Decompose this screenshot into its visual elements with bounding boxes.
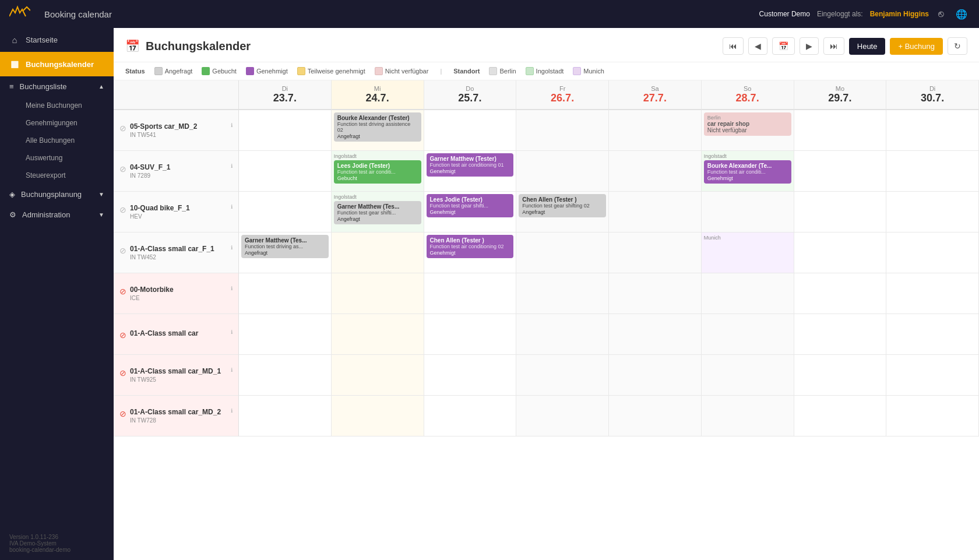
- cal-cell-3-4[interactable]: [609, 233, 702, 273]
- cal-cell-3-2[interactable]: Chen Allen (Tester ) Function test air c…: [424, 233, 517, 273]
- cal-cell-5-0[interactable]: [239, 314, 332, 355]
- cal-cell-3-7[interactable]: [886, 233, 979, 273]
- cal-cell-6-7[interactable]: [886, 355, 979, 396]
- booking-block-3-0-0[interactable]: Garner Matthew (Tes... Function test dri…: [241, 235, 329, 258]
- cal-cell-4-2[interactable]: [424, 273, 517, 314]
- booking-block-0-1-0[interactable]: Bourke Alexander (Tester) Function test …: [334, 112, 421, 142]
- day-name-2: Do: [427, 85, 514, 92]
- cal-cell-1-0[interactable]: [239, 151, 332, 192]
- cal-cell-0-5[interactable]: Berlin car repair shop Nicht verfügbar: [702, 110, 794, 151]
- nav-prev-button[interactable]: ◀: [748, 37, 767, 55]
- nav-calendar-button[interactable]: 📅: [772, 37, 795, 55]
- booking-block-2-2-0[interactable]: Lees Jodie (Tester) Function test gear s…: [427, 194, 514, 217]
- cal-cell-6-0[interactable]: [239, 355, 332, 396]
- cal-cell-0-0[interactable]: [239, 110, 332, 151]
- cal-cell-4-1[interactable]: [332, 273, 424, 314]
- sidebar-sub-steuerexport[interactable]: Steuerexport: [0, 167, 114, 184]
- cal-cell-4-6[interactable]: [794, 273, 887, 314]
- cal-cell-0-1[interactable]: Bourke Alexander (Tester) Function test …: [332, 110, 424, 151]
- cal-cell-1-5[interactable]: Ingolstadt Bourke Alexander (Te... Funct…: [702, 151, 794, 192]
- language-button[interactable]: 🌐: [953, 6, 970, 22]
- cal-cell-7-2[interactable]: [424, 396, 517, 436]
- nav-last-button[interactable]: ⏭: [823, 37, 844, 55]
- calendar-header-day-7: Di30.7.: [886, 80, 979, 110]
- logout-button[interactable]: ⎋: [936, 6, 946, 22]
- cal-cell-2-4[interactable]: [609, 192, 702, 233]
- row-title-4: 00-Motorbike: [130, 286, 174, 295]
- cal-cell-0-7[interactable]: [886, 110, 979, 151]
- refresh-button[interactable]: ↻: [948, 37, 967, 55]
- cal-cell-6-2[interactable]: [424, 355, 517, 396]
- cal-cell-4-3[interactable]: [516, 273, 609, 314]
- nav-first-button[interactable]: ⏮: [723, 37, 744, 55]
- sidebar-sub-meine-buchungen[interactable]: Meine Buchungen: [0, 97, 114, 114]
- cal-cell-5-1[interactable]: [332, 314, 424, 355]
- cal-cell-2-2[interactable]: Lees Jodie (Tester) Function test gear s…: [424, 192, 517, 233]
- cal-cell-2-0[interactable]: [239, 192, 332, 233]
- cal-cell-7-3[interactable]: [516, 396, 609, 436]
- unavail-block-0-5-0[interactable]: Berlin car repair shop Nicht verfügbar: [704, 112, 791, 136]
- sidebar-parent-buchungsplanung[interactable]: ◈ Buchungsplanung ▼: [0, 184, 114, 205]
- swatch-gebucht: [202, 67, 210, 75]
- cal-cell-1-7[interactable]: [886, 151, 979, 192]
- sidebar-label-buchungskalender: Buchungskalender: [26, 60, 94, 69]
- cal-cell-7-5[interactable]: [702, 396, 794, 436]
- cal-cell-5-2[interactable]: [424, 314, 517, 355]
- cal-cell-3-5[interactable]: Munich: [702, 233, 794, 273]
- cal-cell-2-6[interactable]: [794, 192, 887, 233]
- cal-cell-6-3[interactable]: [516, 355, 609, 396]
- cal-cell-5-4[interactable]: [609, 314, 702, 355]
- cal-cell-7-1[interactable]: [332, 396, 424, 436]
- cal-cell-3-1[interactable]: [332, 233, 424, 273]
- cal-cell-7-4[interactable]: [609, 396, 702, 436]
- cal-cell-1-1[interactable]: Ingolstadt Lees Jodie (Tester) Function …: [332, 151, 424, 192]
- cal-cell-1-6[interactable]: [794, 151, 887, 192]
- cal-cell-4-4[interactable]: [609, 273, 702, 314]
- sidebar-sub-auswertung[interactable]: Auswertung: [0, 149, 114, 167]
- cal-cell-6-1[interactable]: [332, 355, 424, 396]
- cal-cell-2-1[interactable]: Ingolstadt Garner Matthew (Tes... Functi…: [332, 192, 424, 233]
- booking-block-2-1-0[interactable]: Garner Matthew (Tes... Function test gea…: [334, 201, 421, 224]
- cal-cell-4-0[interactable]: [239, 273, 332, 314]
- cal-cell-0-2[interactable]: [424, 110, 517, 151]
- cal-cell-4-7[interactable]: [886, 273, 979, 314]
- nav-next-button[interactable]: ▶: [800, 37, 819, 55]
- cal-cell-0-4[interactable]: [609, 110, 702, 151]
- cal-cell-5-7[interactable]: [886, 314, 979, 355]
- booking-block-3-2-0[interactable]: Chen Allen (Tester ) Function test air c…: [427, 235, 514, 258]
- cal-cell-6-6[interactable]: [794, 355, 887, 396]
- sidebar-sub-alle-buchungen[interactable]: Alle Buchungen: [0, 132, 114, 149]
- cal-cell-2-3[interactable]: Chen Allen (Tester ) Function test gear …: [516, 192, 609, 233]
- cal-cell-6-4[interactable]: [609, 355, 702, 396]
- cal-cell-1-4[interactable]: [609, 151, 702, 192]
- booking-block-1-2-0[interactable]: Garner Matthew (Tester) Function test ai…: [427, 153, 514, 177]
- today-button[interactable]: Heute: [849, 38, 886, 55]
- cal-cell-1-3[interactable]: [516, 151, 609, 192]
- cal-cell-3-0[interactable]: Garner Matthew (Tes... Function test dri…: [239, 233, 332, 273]
- sidebar-sub-genehmigungen[interactable]: Genehmigungen: [0, 114, 114, 132]
- cal-cell-0-3[interactable]: [516, 110, 609, 151]
- booking-block-2-3-0[interactable]: Chen Allen (Tester ) Function test gear …: [519, 194, 606, 217]
- cal-cell-7-6[interactable]: [794, 396, 887, 436]
- cal-cell-7-7[interactable]: [886, 396, 979, 436]
- cal-cell-5-5[interactable]: [702, 314, 794, 355]
- cal-cell-7-0[interactable]: [239, 396, 332, 436]
- cal-cell-3-3[interactable]: [516, 233, 609, 273]
- cal-cell-1-2[interactable]: Garner Matthew (Tester) Function test ai…: [424, 151, 517, 192]
- sidebar-parent-buchungsliste[interactable]: ≡ Buchungsliste ▲: [0, 76, 114, 97]
- cal-cell-5-3[interactable]: [516, 314, 609, 355]
- cal-cell-6-5[interactable]: [702, 355, 794, 396]
- booking-block-1-5-0[interactable]: Bourke Alexander (Te... Function test ai…: [704, 160, 791, 184]
- cal-cell-0-6[interactable]: [794, 110, 887, 151]
- sidebar-item-buchungskalender[interactable]: ▦ Buchungskalender: [0, 52, 114, 76]
- row-label-04-suv-f1: ⊘ 04-SUV_F_1 IN 7289 ℹ: [114, 151, 239, 192]
- sidebar-parent-administration[interactable]: ⚙ Administration ▼: [0, 205, 114, 225]
- new-booking-button[interactable]: + Buchung: [890, 38, 943, 55]
- cal-cell-3-6[interactable]: [794, 233, 887, 273]
- cal-cell-5-6[interactable]: [794, 314, 887, 355]
- booking-block-1-1-0[interactable]: Lees Jodie (Tester) Function test air co…: [334, 160, 421, 184]
- cal-cell-2-7[interactable]: [886, 192, 979, 233]
- sidebar-item-startseite[interactable]: ⌂ Startseite: [0, 28, 114, 52]
- cal-cell-2-5[interactable]: [702, 192, 794, 233]
- cal-cell-4-5[interactable]: [702, 273, 794, 314]
